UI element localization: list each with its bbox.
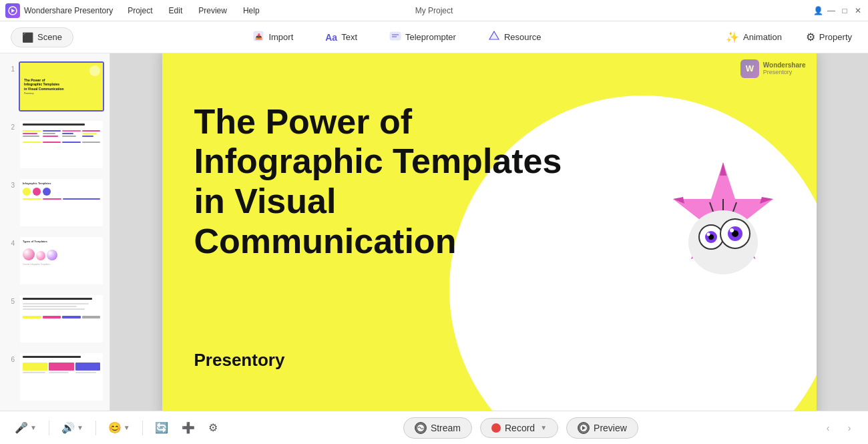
- slide-item-3[interactable]: 3 Infographic Templates: [4, 175, 105, 230]
- emoji-tool[interactable]: 😊 ▼: [104, 419, 134, 437]
- slide-title-line3: in Visual Communication: [194, 182, 457, 260]
- menu-project[interactable]: Project: [121, 3, 159, 18]
- watermark-logo: W: [740, 59, 759, 78]
- toolbar: ⬛ Scene 📥 Import Aa Text Teleprompter Re…: [0, 21, 868, 53]
- svg-point-19: [706, 232, 710, 236]
- watermark-line2: Presentory: [763, 69, 806, 75]
- scene-button[interactable]: ⬛ Scene: [11, 27, 73, 47]
- stream-button[interactable]: Stream: [403, 417, 472, 439]
- menu-help[interactable]: Help: [236, 3, 266, 18]
- slide-title: The Power of Infographic Templates in Vi…: [194, 102, 582, 262]
- divider-2: [95, 421, 96, 435]
- maximize-button[interactable]: □: [840, 6, 849, 15]
- thumb-1-title: The Power ofInfographic Templatesin Visu…: [24, 78, 99, 91]
- bottom-center: Stream Record ▼ Preview: [403, 417, 638, 439]
- speaker-tool[interactable]: 🔊 ▼: [57, 419, 87, 437]
- slide-number-4: 4: [5, 240, 15, 247]
- slide-number-3: 3: [5, 182, 15, 189]
- speaker-chevron: ▼: [77, 424, 83, 431]
- slide-canvas: W Wondershare Presentory The Power of In…: [162, 53, 817, 411]
- camera-add-icon: ➕: [182, 421, 195, 434]
- app-logo-icon: [5, 3, 20, 18]
- slide-number-6: 6: [5, 356, 15, 363]
- import-tool[interactable]: 📥 Import: [247, 26, 298, 49]
- bottom-right: ‹ ›: [820, 420, 857, 436]
- menu-items: Project Edit Preview Help: [121, 3, 266, 18]
- scene-label: Scene: [37, 32, 62, 42]
- close-button[interactable]: ✕: [853, 6, 863, 15]
- slide-thumb-4: Types of Templates Circular Infographic …: [19, 236, 104, 286]
- record-icon: [491, 423, 501, 433]
- bottom-bar: 🎤 ▼ 🔊 ▼ 😊 ▼ 🔄 ➕ ⚙: [0, 411, 868, 444]
- import-label: Import: [268, 32, 293, 42]
- slide-thumb-6: [19, 352, 104, 402]
- resource-tool[interactable]: Resource: [483, 26, 547, 49]
- svg-rect-4: [390, 32, 401, 40]
- record-label: Record: [505, 423, 535, 433]
- thumb-1-sub: Presentory: [24, 92, 99, 95]
- preview-button[interactable]: Preview: [566, 417, 638, 439]
- emoji-chevron: ▼: [124, 424, 130, 431]
- thumb-3-title: Infographic Templates: [23, 182, 100, 185]
- camera-settings-tool[interactable]: ⚙: [204, 419, 222, 437]
- thumb-2-title-line: [23, 124, 85, 126]
- mic-tool[interactable]: 🎤 ▼: [11, 419, 41, 437]
- slide-thumb-2-img: [20, 121, 103, 168]
- slide-item-2[interactable]: 2: [4, 117, 105, 172]
- slide-item-5[interactable]: 5: [4, 291, 105, 347]
- camera-flip-tool[interactable]: 🔄: [151, 419, 172, 437]
- minimize-button[interactable]: —: [827, 6, 836, 15]
- prev-slide-button[interactable]: ‹: [820, 420, 836, 436]
- toolbar-left: ⬛ Scene: [11, 27, 73, 47]
- slide-number-1: 1: [5, 65, 15, 73]
- svg-marker-10: [720, 162, 726, 176]
- stream-icon: [415, 422, 427, 434]
- watermark: W Wondershare Presentory: [740, 59, 806, 78]
- teleprompter-tool[interactable]: Teleprompter: [384, 26, 461, 49]
- slide-subtitle: Presentory: [194, 350, 285, 371]
- text-label: Text: [341, 32, 357, 42]
- svg-marker-1: [11, 9, 15, 13]
- menu-edit[interactable]: Edit: [162, 3, 190, 18]
- record-button[interactable]: Record ▼: [480, 418, 558, 438]
- slide-thumb-5-img: [20, 295, 103, 343]
- text-tool[interactable]: Aa Text: [320, 28, 363, 47]
- window-controls: 👤 — □ ✕: [813, 6, 863, 15]
- resource-icon: [488, 30, 500, 45]
- text-icon: Aa: [325, 32, 337, 43]
- watermark-line1: Wondershare: [763, 61, 806, 69]
- slide-item-6[interactable]: 6: [4, 349, 105, 405]
- slide-thumb-2: [19, 120, 104, 170]
- preview-icon: [578, 422, 590, 434]
- next-slide-button[interactable]: ›: [841, 420, 857, 436]
- app-name: Wondershare Presentory: [24, 6, 113, 15]
- watermark-text: Wondershare Presentory: [763, 61, 806, 75]
- animation-tool[interactable]: ✨ Animation: [720, 27, 787, 47]
- property-label: Property: [819, 32, 852, 42]
- slide-thumb-3: Infographic Templates: [19, 178, 104, 228]
- animation-label: Animation: [743, 32, 782, 42]
- slide-item-7[interactable]: 7: [4, 407, 105, 411]
- toolbar-center: 📥 Import Aa Text Teleprompter Resource: [247, 26, 546, 49]
- slide-item-4[interactable]: 4 Types of Templates Circular Infographi…: [4, 233, 105, 288]
- import-icon: 📥: [252, 30, 264, 45]
- svg-point-23: [730, 228, 734, 232]
- app-logo: Wondershare Presentory: [5, 3, 113, 18]
- title-bar-left: Wondershare Presentory Project Edit Prev…: [5, 3, 266, 18]
- profile-icon[interactable]: 👤: [813, 6, 823, 15]
- slide-panel: 1 The Power ofInfographic Templatesin Vi…: [0, 53, 110, 411]
- property-tool[interactable]: ⚙ Property: [801, 27, 857, 47]
- menu-preview[interactable]: Preview: [192, 3, 234, 18]
- slide-number-5: 5: [5, 298, 15, 305]
- camera-add-tool[interactable]: ➕: [178, 419, 199, 437]
- thumb-2-grid: [23, 130, 100, 137]
- main-content: 1 The Power ofInfographic Templatesin Vi…: [0, 53, 868, 411]
- divider-3: [142, 421, 143, 435]
- thumb-3-circles: [23, 188, 100, 196]
- slide-thumb-7: [19, 410, 104, 411]
- svg-marker-29: [582, 426, 586, 430]
- slide-item-1[interactable]: 1 The Power ofInfographic Templatesin Vi…: [4, 59, 105, 114]
- bottom-left: 🎤 ▼ 🔊 ▼ 😊 ▼ 🔄 ➕ ⚙: [11, 419, 222, 437]
- stream-label: Stream: [431, 423, 461, 433]
- slide-thumb-5: [19, 294, 104, 344]
